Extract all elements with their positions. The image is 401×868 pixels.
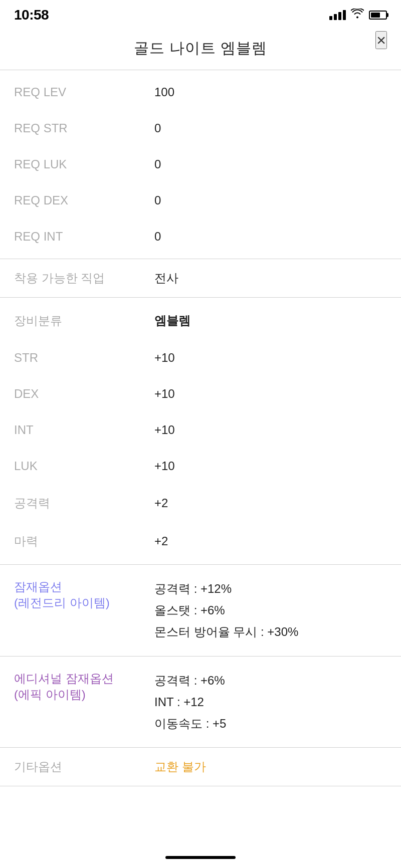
row-magic: 마력 +2 — [0, 522, 401, 560]
status-time: 10:58 — [14, 7, 49, 23]
req-str-value: 0 — [154, 121, 387, 135]
etc-value: 교환 불가 — [154, 759, 387, 775]
page-title: 골드 나이트 엠블렘 — [0, 27, 401, 70]
magic-value: +2 — [154, 534, 387, 548]
close-button[interactable]: × — [375, 31, 387, 49]
req-lev-value: 100 — [154, 85, 387, 99]
row-req-str: REQ STR 0 — [0, 110, 401, 146]
additional-potential-label-line1: 에디셔널 잠재옵션 — [14, 671, 154, 687]
row-wearable: 착용 가능한 직업 전사 — [0, 259, 401, 297]
potential-label-line2: (레전드리 아이템) — [14, 595, 154, 611]
int-label: INT — [14, 423, 154, 437]
home-indicator — [165, 856, 236, 859]
row-req-luk: REQ LUK 0 — [0, 146, 401, 182]
row-int: INT +10 — [0, 412, 401, 448]
luk-value: +10 — [154, 459, 387, 473]
status-icons — [329, 9, 387, 22]
potential-label-line1: 잠재옵션 — [14, 579, 154, 595]
row-dex: DEX +10 — [0, 376, 401, 412]
additional-potential-label: 에디셔널 잠재옵션 (에픽 아이템) — [14, 670, 154, 703]
req-luk-value: 0 — [154, 157, 387, 171]
potential-value-3: 몬스터 방어율 무시 : +30% — [154, 621, 387, 642]
req-dex-label: REQ DEX — [14, 193, 154, 207]
additional-value-3: 이동속도 : +5 — [154, 713, 387, 734]
wearable-value: 전사 — [154, 270, 387, 286]
status-bar: 10:58 — [0, 0, 401, 27]
req-lev-label: REQ LEV — [14, 85, 154, 99]
etc-label: 기타옵션 — [14, 759, 154, 775]
row-req-dex: REQ DEX 0 — [0, 182, 401, 219]
req-str-label: REQ STR — [14, 121, 154, 135]
stats-rows-block: 장비분류 엠블렘 STR +10 DEX +10 INT +10 LUK +10… — [0, 298, 401, 564]
wifi-icon — [351, 9, 364, 22]
additional-value-2: INT : +12 — [154, 691, 387, 713]
equipment-type-value: 엠블렘 — [154, 313, 387, 329]
additional-value-1: 공격력 : +6% — [154, 670, 387, 691]
req-luk-label: REQ LUK — [14, 157, 154, 171]
row-attack: 공격력 +2 — [0, 484, 401, 522]
additional-potential-label-line2: (에픽 아이템) — [14, 687, 154, 703]
dex-label: DEX — [14, 387, 154, 401]
str-label: STR — [14, 351, 154, 365]
potential-label: 잠재옵션 (레전드리 아이템) — [14, 578, 154, 611]
req-dex-value: 0 — [154, 193, 387, 207]
row-req-lev: REQ LEV 100 — [0, 74, 401, 110]
battery-icon — [369, 11, 387, 20]
row-etc: 기타옵션 교환 불가 — [0, 748, 401, 786]
int-value: +10 — [154, 423, 387, 437]
str-value: +10 — [154, 351, 387, 365]
req-rows-block: REQ LEV 100 REQ STR 0 REQ LUK 0 REQ DEX … — [0, 70, 401, 259]
req-int-label: REQ INT — [14, 230, 154, 244]
signal-icon — [329, 10, 346, 20]
row-equipment-type: 장비분류 엠블렘 — [0, 302, 401, 340]
row-req-int: REQ INT 0 — [0, 219, 401, 255]
row-potential: 잠재옵션 (레전드리 아이템) 공격력 : +12% 올스탯 : +6% 몬스터… — [0, 565, 401, 656]
attack-value: +2 — [154, 496, 387, 510]
magic-label: 마력 — [14, 533, 154, 549]
attack-label: 공격력 — [14, 495, 154, 511]
row-additional-potential: 에디셔널 잠재옵션 (에픽 아이템) 공격력 : +6% INT : +12 이… — [0, 657, 401, 748]
potential-values: 공격력 : +12% 올스탯 : +6% 몬스터 방어율 무시 : +30% — [154, 578, 387, 643]
potential-value-1: 공격력 : +12% — [154, 578, 387, 599]
equipment-type-label: 장비분류 — [14, 313, 154, 329]
additional-potential-values: 공격력 : +6% INT : +12 이동속도 : +5 — [154, 670, 387, 735]
row-str: STR +10 — [0, 340, 401, 376]
req-int-value: 0 — [154, 230, 387, 244]
potential-value-2: 올스탯 : +6% — [154, 599, 387, 621]
dex-value: +10 — [154, 387, 387, 401]
wearable-label: 착용 가능한 직업 — [14, 270, 154, 286]
luk-label: LUK — [14, 459, 154, 473]
row-luk: LUK +10 — [0, 448, 401, 484]
